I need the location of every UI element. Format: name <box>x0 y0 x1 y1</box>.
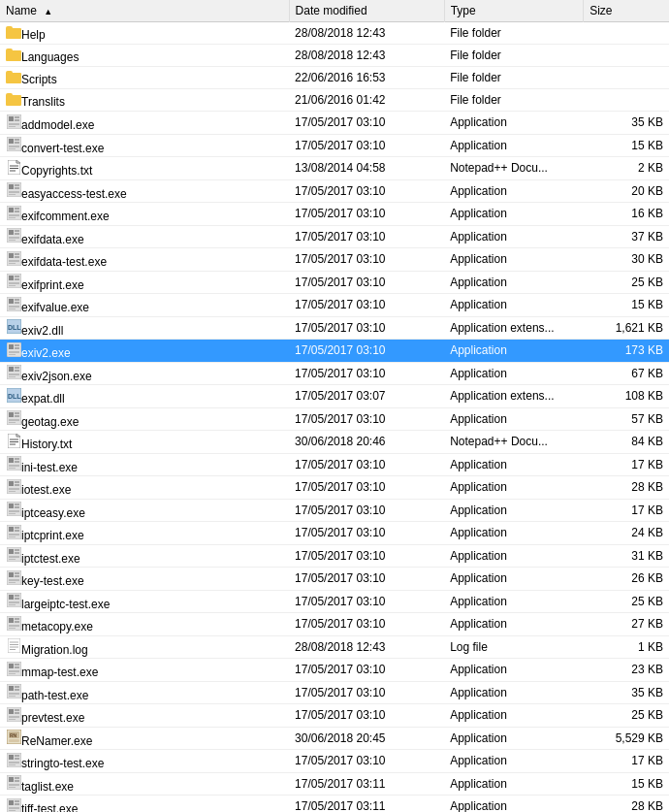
svg-rect-118 <box>15 595 19 597</box>
file-size <box>584 67 669 89</box>
table-row[interactable]: key-test.exe17/05/2017 03:10Application2… <box>0 568 669 591</box>
file-size: 17 KB <box>584 499 669 522</box>
table-row[interactable]: ini-test.exe17/05/2017 03:10Application1… <box>0 453 669 476</box>
file-size: 26 KB <box>584 568 669 591</box>
table-row[interactable]: iotest.exe17/05/2017 03:10Application28 … <box>0 476 669 500</box>
table-row[interactable]: Scripts22/06/2016 16:53File folder <box>0 67 669 89</box>
svg-rect-89 <box>15 484 19 486</box>
svg-rect-170 <box>15 803 19 805</box>
svg-rect-1 <box>9 116 14 121</box>
svg-rect-64 <box>15 370 19 372</box>
exe-icon <box>6 456 21 471</box>
col-header-size[interactable]: Size <box>584 0 669 22</box>
table-row[interactable]: iptctest.exe17/05/2017 03:10Application3… <box>0 544 669 568</box>
svg-rect-123 <box>9 618 14 623</box>
file-date: 30/06/2018 20:46 <box>289 431 444 454</box>
table-row[interactable]: Copyrights.txt13/08/2014 04:58Notepad++ … <box>0 157 669 180</box>
svg-rect-42 <box>9 276 14 280</box>
table-row[interactable]: prevtest.exe17/05/2017 03:10Application2… <box>0 704 669 728</box>
table-row[interactable]: History.txt30/06/2018 20:46Notepad++ Doc… <box>0 431 669 454</box>
svg-rect-137 <box>9 670 19 672</box>
table-row[interactable]: convert-test.exe17/05/2017 03:10Applicat… <box>0 134 669 157</box>
file-type: Application <box>444 796 584 813</box>
log-icon <box>6 638 21 654</box>
file-type: Application <box>444 179 584 203</box>
file-date: 21/06/2016 01:42 <box>289 89 444 112</box>
table-row[interactable]: exifvalue.exe17/05/2017 03:10Application… <box>0 294 669 317</box>
file-date: 17/05/2017 03:10 <box>289 544 444 568</box>
file-name: exifvalue.exe <box>21 301 89 314</box>
svg-rect-126 <box>9 625 19 627</box>
file-name: path-test.exe <box>21 688 88 701</box>
file-list-container[interactable]: Name ▲ Date modified Type Size Help28/08… <box>0 0 669 812</box>
table-row[interactable]: largeiptc-test.exe17/05/2017 03:10Applic… <box>0 590 669 613</box>
table-row[interactable]: DLL exiv2.dll17/05/2017 03:10Application… <box>0 316 669 340</box>
col-header-name[interactable]: Name ▲ <box>0 0 289 22</box>
table-row[interactable]: taglist.exe17/05/2017 03:11Application15… <box>0 772 669 796</box>
table-row[interactable]: exiv2.exe17/05/2017 03:10Application173 … <box>0 340 669 363</box>
file-date: 17/05/2017 03:10 <box>289 340 444 363</box>
file-type: Application extens... <box>444 316 584 340</box>
file-name: iotest.exe <box>21 483 71 497</box>
column-headers: Name ▲ Date modified Type Size <box>0 0 669 22</box>
svg-rect-48 <box>9 299 14 304</box>
table-row[interactable]: exifprint.exe17/05/2017 03:10Application… <box>0 271 669 294</box>
file-type: Application <box>444 590 584 613</box>
table-row[interactable]: Translits21/06/2016 01:42File folder <box>0 89 669 112</box>
svg-rect-124 <box>15 618 19 620</box>
svg-rect-44 <box>15 278 19 280</box>
file-type: File folder <box>444 45 584 67</box>
file-date: 17/05/2017 03:10 <box>289 112 444 135</box>
svg-rect-172 <box>9 810 16 811</box>
svg-rect-91 <box>9 491 16 492</box>
exe-icon <box>6 478 21 494</box>
file-date: 28/08/2018 12:43 <box>289 22 444 45</box>
svg-rect-171 <box>9 807 19 809</box>
table-row[interactable]: exifdata-test.exe17/05/2017 03:10Applica… <box>0 248 669 272</box>
table-row[interactable]: iptceasy.exe17/05/2017 03:10Application1… <box>0 499 669 522</box>
svg-rect-112 <box>15 572 19 574</box>
file-type: File folder <box>444 67 584 89</box>
exe-icon <box>6 410 21 426</box>
svg-rect-134 <box>9 664 14 668</box>
file-date: 17/05/2017 03:11 <box>289 796 444 813</box>
exe-icon <box>6 547 21 563</box>
svg-rect-109 <box>9 559 16 560</box>
file-date: 28/08/2018 12:43 <box>289 45 444 67</box>
exe-icon <box>6 228 21 244</box>
txt-icon <box>6 159 21 175</box>
svg-rect-147 <box>15 709 19 711</box>
table-row[interactable]: metacopy.exe17/05/2017 03:10Application2… <box>0 613 669 636</box>
file-name: Translits <box>21 95 65 109</box>
table-row[interactable]: RN ReNamer.exe30/06/2018 20:45Applicatio… <box>0 727 669 750</box>
table-row[interactable]: path-test.exe17/05/2017 03:10Application… <box>0 681 669 704</box>
file-name: ini-test.exe <box>21 460 78 473</box>
table-row[interactable]: mmap-test.exe17/05/2017 03:10Application… <box>0 659 669 682</box>
file-name: Help <box>21 28 46 42</box>
file-name: exifprint.exe <box>21 277 84 291</box>
svg-rect-84 <box>9 465 19 467</box>
svg-rect-143 <box>9 693 19 695</box>
table-row[interactable]: exiv2json.exe17/05/2017 03:10Application… <box>0 362 669 385</box>
table-row[interactable]: Languages28/08/2018 12:43File folder <box>0 45 669 67</box>
table-row[interactable]: addmodel.exe17/05/2017 03:10Application3… <box>0 112 669 135</box>
svg-rect-10 <box>9 146 19 147</box>
svg-rect-111 <box>9 572 14 577</box>
col-header-date[interactable]: Date modified <box>289 0 444 22</box>
table-row[interactable]: stringto-test.exe17/05/2017 03:10Applica… <box>0 750 669 773</box>
file-type: Notepad++ Docu... <box>444 157 584 180</box>
col-header-type[interactable]: Type <box>444 0 584 22</box>
svg-rect-101 <box>15 530 19 532</box>
table-row[interactable]: geotag.exe17/05/2017 03:10Application57 … <box>0 407 669 431</box>
table-row[interactable]: DLL expat.dll17/05/2017 03:07Application… <box>0 385 669 408</box>
svg-rect-81 <box>9 458 14 463</box>
table-row[interactable]: tiff-test.exe17/05/2017 03:11Application… <box>0 796 669 813</box>
table-row[interactable]: iptcprint.exe17/05/2017 03:10Application… <box>0 522 669 545</box>
table-row[interactable]: easyaccess-test.exe17/05/2017 03:10Appli… <box>0 179 669 203</box>
table-row[interactable]: exifdata.exe17/05/2017 03:10Application3… <box>0 225 669 248</box>
file-date: 28/08/2018 12:43 <box>289 635 444 659</box>
table-row[interactable]: exifcomment.exe17/05/2017 03:10Applicati… <box>0 203 669 226</box>
table-row[interactable]: Help28/08/2018 12:43File folder <box>0 22 669 45</box>
file-date: 17/05/2017 03:10 <box>289 568 444 591</box>
table-row[interactable]: Migration.log28/08/2018 12:43Log file1 K… <box>0 635 669 659</box>
